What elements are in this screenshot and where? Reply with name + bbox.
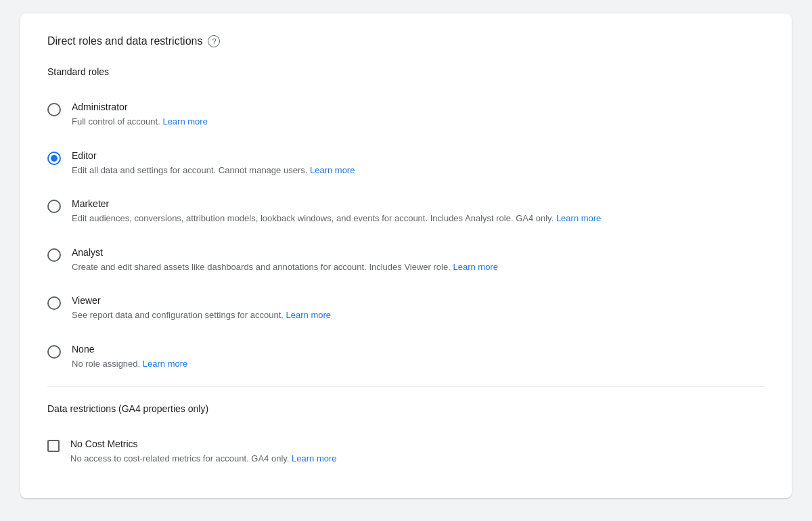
role-description-viewer: See report data and configuration settin… bbox=[72, 309, 765, 322]
role-description-marketer: Edit audiences, conversions, attribution… bbox=[72, 212, 765, 225]
role-content-administrator: Administrator Full control of account. L… bbox=[72, 101, 765, 129]
learn-more-no-cost-metrics[interactable]: Learn more bbox=[292, 453, 336, 463]
role-content-viewer: Viewer See report data and configuration… bbox=[72, 295, 765, 322]
role-name-administrator: Administrator bbox=[72, 101, 765, 112]
role-description-administrator: Full control of account. Learn more bbox=[72, 115, 765, 129]
radio-administrator[interactable] bbox=[47, 103, 61, 116]
radio-marketer[interactable] bbox=[47, 200, 61, 213]
role-description-editor: Edit all data and settings for account. … bbox=[72, 164, 765, 177]
radio-none-container[interactable] bbox=[47, 344, 61, 359]
checkbox-no-cost-metrics-container[interactable] bbox=[47, 438, 60, 452]
learn-more-viewer[interactable]: Learn more bbox=[286, 310, 331, 320]
role-item-administrator: Administrator Full control of account. L… bbox=[47, 91, 765, 139]
restriction-desc-text-no-cost-metrics: No access to cost-related metrics for ac… bbox=[70, 453, 292, 463]
radio-marketer-container[interactable] bbox=[47, 198, 61, 213]
role-item-none: None No role assigned. Learn more bbox=[47, 333, 765, 382]
role-item-viewer: Viewer See report data and configuration… bbox=[47, 284, 765, 333]
restriction-content-no-cost-metrics: No Cost Metrics No access to cost-relate… bbox=[70, 438, 765, 466]
restriction-item-no-cost-metrics: No Cost Metrics No access to cost-relate… bbox=[47, 428, 765, 476]
learn-more-administrator[interactable]: Learn more bbox=[162, 116, 207, 127]
role-desc-text-viewer: See report data and configuration settin… bbox=[72, 310, 286, 320]
learn-more-none[interactable]: Learn more bbox=[143, 359, 187, 369]
radio-analyst[interactable] bbox=[47, 248, 61, 262]
role-content-none: None No role assigned. Learn more bbox=[72, 344, 765, 371]
role-name-none: None bbox=[72, 344, 765, 355]
section-divider bbox=[47, 386, 765, 387]
role-desc-text-analyst: Create and edit shared assets like dashb… bbox=[72, 262, 453, 272]
role-item-marketer: Marketer Edit audiences, conversions, at… bbox=[47, 187, 765, 236]
role-desc-text-none: No role assigned. bbox=[72, 359, 143, 369]
roles-list: Administrator Full control of account. L… bbox=[47, 91, 765, 381]
role-content-editor: Editor Edit all data and settings for ac… bbox=[72, 150, 765, 177]
restriction-name-no-cost-metrics: No Cost Metrics bbox=[70, 438, 765, 449]
radio-editor[interactable] bbox=[47, 152, 61, 165]
restriction-description-no-cost-metrics: No access to cost-related metrics for ac… bbox=[70, 452, 765, 466]
role-name-viewer: Viewer bbox=[72, 295, 765, 306]
radio-analyst-container[interactable] bbox=[47, 247, 61, 262]
checkbox-no-cost-metrics[interactable] bbox=[47, 440, 60, 452]
main-card: Direct roles and data restrictions ? Sta… bbox=[20, 14, 792, 498]
section-title: Direct roles and data restrictions ? bbox=[47, 35, 765, 47]
learn-more-editor[interactable]: Learn more bbox=[310, 165, 355, 175]
radio-editor-container[interactable] bbox=[47, 150, 61, 165]
radio-administrator-container[interactable] bbox=[47, 101, 61, 116]
restrictions-list: No Cost Metrics No access to cost-relate… bbox=[47, 428, 765, 476]
standard-roles-label: Standard roles bbox=[47, 66, 765, 77]
role-name-marketer: Marketer bbox=[72, 198, 765, 209]
role-description-analyst: Create and edit shared assets like dashb… bbox=[72, 260, 765, 274]
role-desc-text-editor: Edit all data and settings for account. … bbox=[72, 165, 310, 175]
radio-viewer[interactable] bbox=[47, 296, 61, 310]
radio-viewer-container[interactable] bbox=[47, 295, 61, 310]
radio-none[interactable] bbox=[47, 345, 61, 359]
role-description-none: No role assigned. Learn more bbox=[72, 357, 765, 371]
learn-more-marketer[interactable]: Learn more bbox=[556, 213, 601, 223]
role-desc-text-marketer: Edit audiences, conversions, attribution… bbox=[72, 213, 556, 223]
role-content-marketer: Marketer Edit audiences, conversions, at… bbox=[72, 198, 765, 225]
help-icon[interactable]: ? bbox=[208, 35, 220, 47]
role-name-analyst: Analyst bbox=[72, 247, 765, 258]
role-desc-text-administrator: Full control of account. bbox=[72, 116, 162, 127]
data-restrictions-label: Data restrictions (GA4 properties only) bbox=[47, 403, 765, 414]
role-content-analyst: Analyst Create and edit shared assets li… bbox=[72, 247, 765, 274]
role-name-editor: Editor bbox=[72, 150, 765, 161]
learn-more-analyst[interactable]: Learn more bbox=[453, 262, 497, 272]
section-title-text: Direct roles and data restrictions bbox=[47, 35, 202, 47]
role-item-analyst: Analyst Create and edit shared assets li… bbox=[47, 236, 765, 285]
role-item-editor: Editor Edit all data and settings for ac… bbox=[47, 139, 765, 188]
